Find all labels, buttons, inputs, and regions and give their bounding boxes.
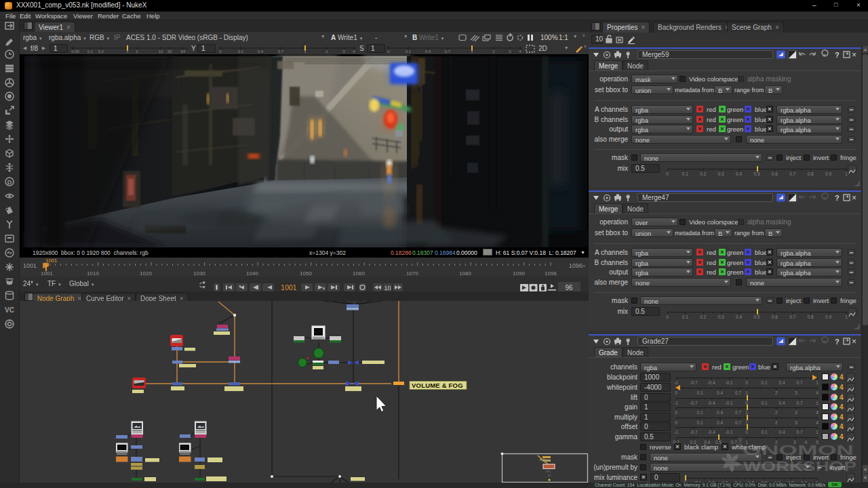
svg-text:64: 64	[181, 49, 186, 54]
svg-text:10: 10	[159, 49, 163, 54]
svg-text:1020: 1020	[140, 270, 152, 277]
svg-text:×: ×	[852, 337, 856, 346]
svg-text:WORKSHOP: WORKSHOP	[743, 458, 856, 474]
svg-text:1010: 1010	[87, 270, 99, 277]
svg-text:×: ×	[852, 50, 856, 60]
svg-text:VOLUME & FOG: VOLUME & FOG	[412, 382, 463, 389]
svg-text:0.05: 0.05	[71, 49, 79, 54]
svg-text:2: 2	[492, 49, 495, 54]
svg-text:GNOMON: GNOMON	[743, 442, 854, 458]
svg-text:3: 3	[342, 49, 345, 54]
svg-text:96: 96	[565, 284, 573, 291]
svg-text:3: 3	[509, 49, 511, 54]
svg-text:1090: 1090	[513, 270, 525, 277]
svg-text:0: 0	[219, 49, 222, 54]
svg-text:1: 1	[471, 49, 473, 54]
svg-text:1: 1	[126, 49, 129, 54]
svg-text:1040: 1040	[246, 270, 258, 277]
svg-text:1001: 1001	[45, 258, 58, 264]
svg-text:1001: 1001	[281, 283, 297, 291]
svg-text:?: ?	[835, 338, 840, 346]
svg-text:1060: 1060	[353, 270, 365, 277]
svg-text:0.4: 0.4	[258, 49, 264, 54]
svg-text:0.1: 0.1	[87, 49, 94, 54]
svg-text:1001: 1001	[41, 270, 53, 277]
svg-text:VC: VC	[5, 306, 14, 314]
svg-text:?: ?	[835, 51, 840, 59]
svg-text:4: 4	[519, 49, 521, 54]
svg-text:0.4: 0.4	[425, 49, 431, 54]
svg-text:2: 2	[136, 49, 138, 54]
svg-text:0.1: 0.1	[406, 49, 412, 54]
svg-text:2: 2	[326, 49, 328, 54]
svg-text:?: ?	[835, 194, 840, 202]
svg-text:1070: 1070	[406, 270, 418, 277]
svg-text:0.7: 0.7	[445, 49, 451, 54]
svg-text:10: 10	[384, 285, 391, 291]
svg-text:0.2: 0.2	[98, 49, 104, 54]
svg-text:1050: 1050	[300, 270, 312, 277]
svg-text:1030: 1030	[193, 270, 205, 277]
svg-text:4: 4	[353, 49, 355, 54]
svg-text:0.1: 0.1	[238, 49, 244, 54]
svg-text:×: ×	[852, 193, 856, 203]
svg-text:D: D	[7, 179, 12, 186]
svg-text:1080: 1080	[459, 270, 471, 277]
svg-text:1096: 1096	[545, 270, 557, 277]
svg-text:20: 20	[167, 49, 172, 54]
svg-text:1: 1	[304, 49, 307, 54]
svg-text:0: 0	[387, 49, 390, 54]
svg-text:0.7: 0.7	[278, 49, 284, 54]
